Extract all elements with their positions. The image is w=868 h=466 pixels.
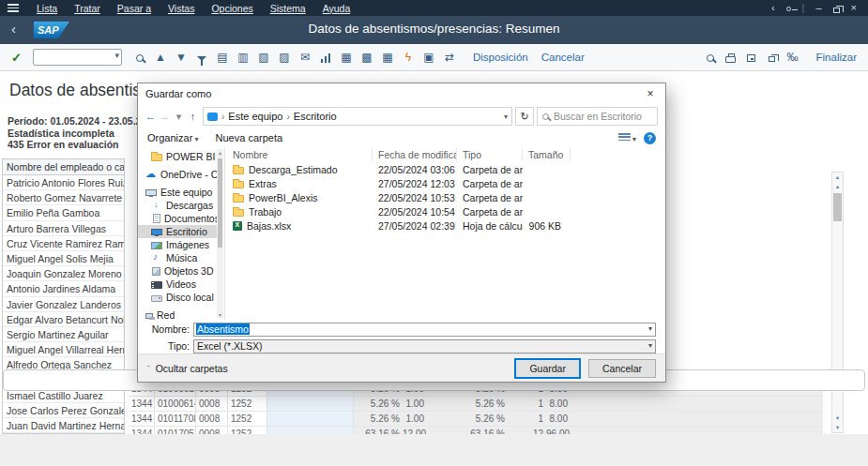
filter-icon[interactable]	[191, 51, 212, 64]
dialog-close-icon[interactable]: ×	[635, 87, 665, 100]
print-preview-icon[interactable]: ▤	[212, 51, 233, 64]
scrollbar-thumb[interactable]	[833, 193, 842, 221]
employee-row[interactable]: Arturo Barrera Villegas	[3, 221, 124, 236]
grid-view-icon[interactable]: ▦	[336, 51, 357, 64]
column-header-tama-o[interactable]: Tamaño	[523, 148, 571, 161]
graphic-icon[interactable]	[315, 51, 336, 64]
sidebar-item-red[interactable]: Red	[138, 308, 218, 320]
session-key-icon[interactable]	[781, 0, 797, 16]
address-breadcrumb[interactable]: › Este equipo › Escritorio ▾	[203, 107, 512, 126]
sidebar-item-power-bi[interactable]: POWER BI	[138, 150, 218, 163]
back-icon[interactable]: ←	[144, 111, 158, 123]
employee-row[interactable]: Jose Carlos Perez Gonzalez	[3, 403, 124, 418]
sort-ascending-icon[interactable]: ▲	[150, 51, 171, 64]
scroll-down-icon[interactable]: ▼	[832, 413, 843, 423]
employee-column-header[interactable]: Nombre del empleado o candida..	[3, 159, 124, 175]
employee-row[interactable]: Roberto Gomez Navarrete	[3, 190, 124, 205]
search-icon[interactable]	[700, 51, 721, 64]
refresh-button[interactable]: ↻	[515, 107, 534, 126]
recent-locations-icon[interactable]: ▾	[172, 111, 186, 123]
file-row-extras[interactable]: Extras27/05/2024 12:03 p. m.Carpeta de a…	[225, 176, 665, 190]
column-header-nombre[interactable]: Nombre	[225, 148, 373, 161]
sidebar-item-este-equipo[interactable]: Este equipo	[138, 186, 218, 199]
file-row-powerbi-alexis[interactable]: PowerBI_Alexis22/05/2024 10:53 a. m.Carp…	[225, 190, 665, 204]
sort-descending-icon[interactable]: ▼	[171, 51, 191, 64]
scroll-up-icon[interactable]: ▲	[832, 182, 843, 191]
data-exchange-icon[interactable]: ⇄	[439, 51, 460, 64]
table-vertical-scrollbar[interactable]: ▲ ▲ ▼ ▼	[831, 172, 844, 433]
column-header-tipo[interactable]: Tipo	[457, 148, 523, 161]
restore-icon[interactable]	[828, 0, 845, 16]
menu-lista[interactable]: Lista	[28, 3, 66, 14]
employee-row[interactable]: Joaquin Gonzalez Moreno	[3, 266, 124, 281]
file-row-trabajo[interactable]: Trabajo22/05/2024 10:54 a. m.Carpeta de …	[225, 204, 665, 218]
menu-vistas[interactable]: Vistas	[160, 3, 203, 14]
view-mode-button[interactable]	[618, 132, 636, 143]
menu-tratar[interactable]: Tratar	[66, 3, 109, 14]
sidebar-item-videos[interactable]: Videos	[138, 278, 218, 291]
employee-row[interactable]: Javier Gonzalez Landeros	[3, 297, 124, 312]
scroll-bottom-icon[interactable]: ▼	[832, 423, 843, 432]
column-header-fecha-de-modificaci-n[interactable]: Fecha de modificación	[373, 148, 457, 161]
minimize-icon[interactable]: –	[810, 0, 827, 16]
cancelar-button[interactable]: Cancelar	[541, 52, 585, 63]
organize-menu-button[interactable]: Organizar	[147, 132, 199, 143]
scroll-top-icon[interactable]: ▲	[832, 173, 843, 182]
filetype-select[interactable]: Excel (*.XLSX)	[193, 339, 656, 353]
employee-row[interactable]: Edgar Alvaro Betancurt Nolazco	[3, 312, 124, 327]
shell-back-icon[interactable]: ‹	[766, 0, 781, 16]
menu-opciones[interactable]: Opciones	[203, 3, 261, 14]
employee-row[interactable]: Miguel Angel Solis Mejia	[3, 251, 124, 266]
employee-row[interactable]: Sergio Martinez Aguilar	[3, 327, 124, 342]
employee-row[interactable]: Antonio Jardines Aldama	[3, 281, 124, 296]
search-input[interactable]: Buscar en Escritorio	[537, 107, 658, 126]
sidebar-item-im-genes[interactable]: Imágenes	[138, 238, 218, 251]
cancel-button[interactable]: Cancelar	[588, 359, 656, 378]
forward-icon[interactable]: →	[158, 111, 172, 123]
sidebar-item-documentos[interactable]: Documentos	[138, 212, 218, 225]
breadcrumb-dropdown-icon[interactable]: ▾	[504, 113, 508, 121]
employee-row[interactable]: Juan Gerardo Castañeda Avila	[3, 433, 124, 434]
employee-row[interactable]: Miguel Angel Villarreal Hernandez	[3, 342, 124, 357]
help-icon[interactable]	[644, 132, 656, 144]
menu-pasar-a[interactable]: Pasar a	[109, 3, 160, 14]
employee-row[interactable]: Juan David Martinez Hernandez	[3, 418, 124, 433]
disposicion-button[interactable]: Disposición	[473, 52, 528, 63]
mail-icon[interactable]: ✉	[295, 51, 315, 64]
confirm-check-icon[interactable]: ✓	[11, 51, 22, 65]
lightning-icon[interactable]: ϟ	[398, 51, 419, 64]
filename-input[interactable]: Absentismo	[193, 323, 656, 337]
up-icon[interactable]: ↑	[186, 111, 200, 123]
sidebar-item-descargas[interactable]: Descargas	[138, 199, 218, 212]
employee-row[interactable]: Patricio Antonio Flores Ruiz	[3, 175, 124, 190]
table-row[interactable]: 134401000614000812525.26 %1.005.26 %18.0…	[129, 397, 823, 412]
menu-sistema[interactable]: Sistema	[262, 3, 314, 14]
new-session-icon[interactable]	[762, 51, 783, 64]
keys-icon[interactable]: ‰	[783, 51, 803, 64]
export-icon[interactable]: ▧	[253, 51, 274, 64]
sidebar-scrollbar[interactable]: ▴▾	[217, 149, 223, 318]
local-file-icon[interactable]: ▥	[233, 51, 253, 64]
sidebar-item-disco-local-c-[interactable]: Disco local (C:)	[138, 291, 218, 304]
sidebar-item-objetos-3d[interactable]: Objetos 3D	[138, 264, 218, 278]
hamburger-menu-icon[interactable]	[8, 4, 19, 12]
file-row-descarga-estimado[interactable]: Descarga_Estimado22/05/2024 03:06 p. m.C…	[225, 162, 665, 176]
pivot-grid-icon[interactable]: ▩	[357, 51, 377, 64]
finalizar-button[interactable]: Finalizar	[816, 52, 857, 63]
hide-folders-button[interactable]: ˆ Ocultar carpetas	[147, 363, 228, 374]
table-row[interactable]: 1344010170510008125263.16 %12.0063.16 %1…	[129, 427, 823, 434]
command-combobox[interactable]	[33, 49, 122, 66]
new-folder-button[interactable]: Nueva carpeta	[216, 132, 283, 143]
find-icon[interactable]	[129, 51, 150, 64]
save-button[interactable]: Guardar	[515, 359, 580, 378]
employee-row[interactable]: Cruz Vicente Ramirez Ramirez	[3, 236, 124, 251]
table-row[interactable]: 134401011708000812525.26 %1.005.26 %18.0…	[129, 412, 823, 427]
scroll-down-icon[interactable]: ▾	[217, 311, 223, 318]
scrollbar-thumb[interactable]	[218, 158, 222, 248]
file-row-bajas-xlsx[interactable]: Bajas.xlsx27/05/2024 02:39 p. m.Hoja de …	[225, 218, 665, 233]
sidebar-item-m-sica[interactable]: Música	[138, 251, 218, 264]
employee-row[interactable]: Emilio Peña Gamboa	[3, 205, 124, 220]
sidebar-item-escritorio[interactable]: Escritorio	[138, 225, 218, 238]
word-processing-icon[interactable]: ▣	[419, 51, 439, 64]
scroll-up-icon[interactable]: ▴	[217, 149, 223, 156]
